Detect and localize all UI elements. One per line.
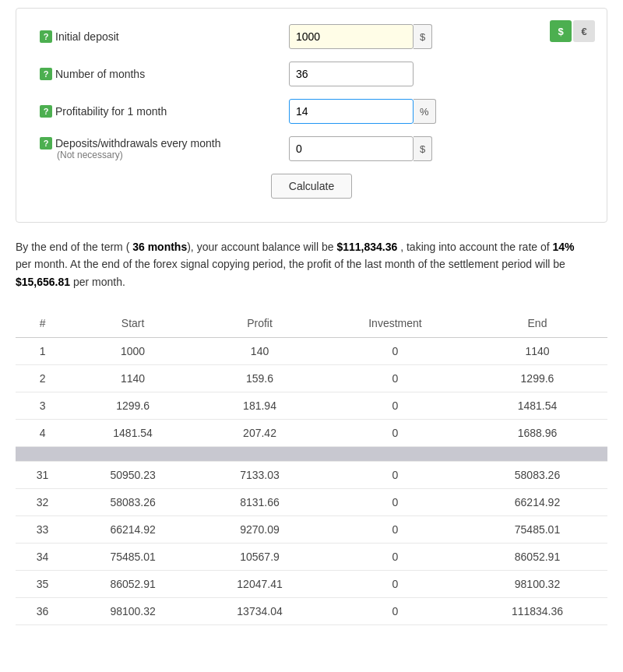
table-row: 32 58083.26 8131.66 0 66214.92	[16, 489, 607, 516]
euro-button[interactable]: €	[573, 20, 595, 42]
result-text-suffix: per month. At the end of the forex signa…	[16, 258, 565, 270]
profitability-label-col: ? Profitability for 1 month	[40, 105, 289, 118]
cell-num: 35	[16, 571, 69, 598]
cell-investment: 0	[323, 392, 467, 420]
num-months-input[interactable]	[289, 62, 414, 86]
deposits-label-main: ? Deposits/withdrawals every month	[40, 137, 220, 150]
cell-profit: 10567.9	[196, 544, 323, 571]
table-row: 1 1000 140 0 1140	[16, 338, 607, 365]
cell-num: 36	[16, 598, 69, 625]
cell-end: 75485.01	[467, 516, 607, 544]
table-top-body: 1 1000 140 0 1140 2 1140 159.6 0 1299.6 …	[16, 338, 607, 447]
cell-profit: 13734.04	[196, 598, 323, 625]
cell-num: 31	[16, 462, 69, 489]
cell-num: 34	[16, 544, 69, 571]
cell-num: 3	[16, 392, 69, 420]
table-divider-cell	[16, 447, 607, 462]
deposits-input[interactable]	[289, 136, 414, 161]
table-divider-row	[16, 447, 607, 462]
col-header-num: #	[16, 309, 69, 338]
cell-start: 1299.6	[69, 392, 196, 420]
initial-deposit-label-col: ? Initial deposit	[40, 30, 289, 43]
cell-start: 1481.54	[69, 420, 196, 447]
cell-investment: 0	[323, 365, 467, 392]
cell-end: 1299.6	[467, 365, 607, 392]
table-row: 3 1299.6 181.94 0 1481.54	[16, 392, 607, 420]
initial-deposit-input[interactable]	[289, 24, 414, 49]
initial-deposit-row: ? Initial deposit $	[40, 24, 583, 49]
cell-num: 2	[16, 365, 69, 392]
result-text-before: By the end of the term (	[16, 241, 132, 253]
profitability-input-col: %	[289, 99, 436, 124]
col-header-end: End	[467, 309, 607, 338]
num-months-label-col: ? Number of months	[40, 68, 289, 80]
calculate-button[interactable]: Calculate	[271, 174, 352, 199]
result-months: 36 months	[132, 241, 187, 253]
num-months-label: Number of months	[55, 68, 145, 80]
col-header-profit: Profit	[196, 309, 323, 338]
num-months-row: ? Number of months	[40, 62, 583, 86]
initial-deposit-input-col: $	[289, 24, 432, 49]
table-bottom-body: 31 50950.23 7133.03 0 58083.26 32 58083.…	[16, 462, 607, 625]
table-row: 35 86052.91 12047.41 0 98100.32	[16, 571, 607, 598]
cell-end: 66214.92	[467, 489, 607, 516]
cell-profit: 8131.66	[196, 489, 323, 516]
table-divider-body	[16, 447, 607, 462]
cell-profit: 159.6	[196, 365, 323, 392]
deposits-label-col: ? Deposits/withdrawals every month (Not …	[40, 137, 289, 160]
cell-start: 75485.01	[69, 544, 196, 571]
cell-num: 32	[16, 489, 69, 516]
cell-start: 66214.92	[69, 516, 196, 544]
result-rate: 14%	[553, 241, 575, 253]
cell-investment: 0	[323, 571, 467, 598]
table-row: 34 75485.01 10567.9 0 86052.91	[16, 544, 607, 571]
cell-investment: 0	[323, 516, 467, 544]
cell-start: 98100.32	[69, 598, 196, 625]
cell-end: 1481.54	[467, 392, 607, 420]
cell-start: 1140	[69, 365, 196, 392]
cell-investment: 0	[323, 544, 467, 571]
profitability-input[interactable]	[289, 99, 414, 124]
deposits-unit: $	[414, 136, 432, 161]
currency-toggle: $ €	[550, 20, 595, 42]
profitability-help-icon[interactable]: ?	[40, 105, 52, 118]
cell-end: 98100.32	[467, 571, 607, 598]
col-header-start: Start	[69, 309, 196, 338]
cell-end: 1140	[467, 338, 607, 365]
cell-end: 111834.36	[467, 598, 607, 625]
deposits-sublabel: (Not necessary)	[57, 150, 123, 160]
cell-profit: 140	[196, 338, 323, 365]
deposits-label: Deposits/withdrawals every month	[55, 137, 220, 150]
deposits-help-icon[interactable]: ?	[40, 137, 52, 150]
cell-start: 1000	[69, 338, 196, 365]
cell-investment: 0	[323, 598, 467, 625]
results-table: # Start Profit Investment End 1 1000 140…	[16, 309, 607, 625]
result-last-profit: $15,656.81	[16, 276, 70, 288]
cell-num: 1	[16, 338, 69, 365]
cell-profit: 12047.41	[196, 571, 323, 598]
result-balance: $111,834.36	[336, 241, 397, 253]
cell-profit: 7133.03	[196, 462, 323, 489]
profitability-label: Profitability for 1 month	[55, 105, 167, 118]
result-text-rate-pre: , taking into account the rate of	[397, 241, 552, 253]
cell-investment: 0	[323, 462, 467, 489]
initial-deposit-label: Initial deposit	[55, 30, 119, 43]
num-months-help-icon[interactable]: ?	[40, 68, 52, 80]
num-months-input-col	[289, 62, 414, 86]
dollar-button[interactable]: $	[550, 20, 572, 42]
cell-end: 86052.91	[467, 544, 607, 571]
initial-deposit-label-main: ? Initial deposit	[40, 30, 119, 43]
profitability-label-main: ? Profitability for 1 month	[40, 105, 167, 118]
initial-deposit-help-icon[interactable]: ?	[40, 30, 52, 43]
col-header-investment: Investment	[323, 309, 467, 338]
cell-profit: 181.94	[196, 392, 323, 420]
profitability-unit: %	[414, 99, 436, 124]
table-row: 36 98100.32 13734.04 0 111834.36	[16, 598, 607, 625]
table-row: 31 50950.23 7133.03 0 58083.26	[16, 462, 607, 489]
table-row: 4 1481.54 207.42 0 1688.96	[16, 420, 607, 447]
result-text-end: per month.	[70, 276, 125, 288]
result-text: By the end of the term ( 36 months), you…	[16, 238, 607, 290]
num-months-label-main: ? Number of months	[40, 68, 145, 80]
cell-start: 86052.91	[69, 571, 196, 598]
profitability-row: ? Profitability for 1 month %	[40, 99, 583, 124]
